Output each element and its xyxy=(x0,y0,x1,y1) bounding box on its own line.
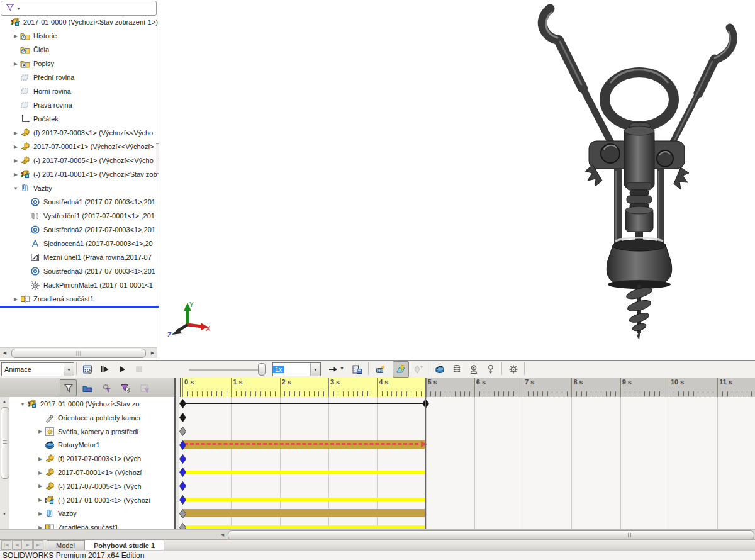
motion-tree-item[interactable]: ▶Vazby xyxy=(9,507,175,520)
tree-item[interactable]: Soustředná3 (2017-07-0003<1>,201 xyxy=(0,264,159,278)
corkscrew-model[interactable] xyxy=(522,0,749,343)
tab-model[interactable]: Model xyxy=(47,540,84,551)
expander-collapsed-icon[interactable]: ▶ xyxy=(36,525,45,529)
tab-nav-last-icon[interactable]: ▶| xyxy=(33,540,43,550)
tree-item[interactable]: RackPinionMate1 (2017-01-0001<1 xyxy=(0,278,159,292)
tree-item[interactable]: 2017-01-0000 (Výchozí<Stav zobrazení-1>) xyxy=(0,15,159,29)
tree-item[interactable]: ▼Vazby xyxy=(0,181,159,195)
tab-motion-study[interactable]: Pohybová studie 1 xyxy=(84,540,164,551)
playback-speed-combo[interactable]: 1x ▼ xyxy=(272,362,321,376)
tree-item[interactable]: Přední rovina xyxy=(0,70,159,84)
scrollbar-thumb[interactable]: ||| xyxy=(11,349,146,358)
graphics-viewport[interactable]: X Z Y xyxy=(159,0,755,359)
keyframe-diamond[interactable] xyxy=(179,440,186,450)
tree-item[interactable]: Čidla xyxy=(0,43,159,57)
timeline-hscrollbar[interactable]: ◀ xyxy=(0,529,755,540)
contact-button[interactable] xyxy=(466,361,482,378)
expander-expanded-icon[interactable]: ▼ xyxy=(11,186,20,191)
tree-item[interactable]: ▶Zrcadlená součást1 xyxy=(0,292,159,306)
play-button[interactable] xyxy=(114,361,130,378)
motion-tree-item[interactable]: ▶2017-07-0001<1> (Výchozí xyxy=(9,466,175,479)
scroll-down-icon[interactable]: ▼ xyxy=(1,510,8,518)
expander-collapsed-icon[interactable]: ▶ xyxy=(36,456,45,462)
tree-item[interactable]: Soustředná1 (2017-07-0003<1>,201 xyxy=(0,195,159,209)
keyframe-diamond[interactable] xyxy=(179,509,186,518)
study-type-combo[interactable]: Animace ▼ xyxy=(1,362,74,376)
keyframe-diamond[interactable] xyxy=(179,468,186,477)
tree-item[interactable]: ▶(-) 2017-01-0001<1> (Výchozí<Stav zob xyxy=(0,167,159,181)
filter-selected-button[interactable] xyxy=(116,379,133,396)
feature-tree-hscrollbar[interactable]: ◀ ||| ▶ xyxy=(0,347,157,358)
expander-collapsed-icon[interactable]: ▶ xyxy=(11,61,20,67)
spring-button[interactable] xyxy=(449,361,465,378)
tree-item[interactable]: ▶(-) 2017-07-0005<1> (Výchozí<<Výcho xyxy=(0,154,159,167)
gravity-button[interactable] xyxy=(483,361,499,378)
motion-tree-item[interactable]: ▶Zrcadlená součást1 xyxy=(9,520,175,529)
no-filter-button[interactable] xyxy=(60,379,77,396)
filter-driving-button[interactable] xyxy=(98,379,115,396)
autokey-button[interactable] xyxy=(393,361,409,378)
timebar[interactable] xyxy=(425,378,426,529)
tree-item[interactable]: ▶2017-07-0001<1> (Výchozí<<Výchozí> xyxy=(0,140,159,154)
expander-collapsed-icon[interactable]: ▶ xyxy=(36,497,45,503)
timeline-ruler[interactable]: 0 s1 s2 s3 s4 s5 s6 s7 s8 s9 s10 s11 s xyxy=(179,378,755,398)
filter-funnel-icon[interactable] xyxy=(5,3,15,14)
motion-tree-vscrollbar[interactable]: ▲ ▼ xyxy=(0,397,10,529)
calculate-button[interactable] xyxy=(79,361,96,378)
expander-collapsed-icon[interactable]: ▶ xyxy=(11,172,20,177)
timeline-bar-driven[interactable] xyxy=(182,525,426,529)
motion-tree-item[interactable]: ▼2017-01-0000 (Výchozí<Stav zo xyxy=(9,397,175,411)
keyframe-diamond[interactable] xyxy=(179,481,186,491)
keyframe-diamond[interactable] xyxy=(179,454,186,464)
expander-collapsed-icon[interactable]: ▶ xyxy=(36,511,45,517)
keyframe-diamond[interactable] xyxy=(179,427,186,436)
scrollbar-thumb[interactable] xyxy=(1,407,9,479)
tab-nav-first-icon[interactable]: |◀ xyxy=(1,540,11,550)
expander-expanded-icon[interactable]: ▼ xyxy=(18,401,27,407)
motion-tree-item[interactable]: ▶(-) 2017-01-0001<1> (Výchozí xyxy=(9,493,175,507)
tree-item[interactable]: Pravá rovina xyxy=(0,98,159,112)
expander-collapsed-icon[interactable]: ▶ xyxy=(11,144,20,150)
tree-item[interactable]: Sjednocená1 (2017-07-0003<1>,20 xyxy=(0,237,159,250)
filter-caret-icon[interactable]: ▼ xyxy=(16,6,21,11)
save-animation-button[interactable] xyxy=(349,361,366,378)
chevron-down-icon[interactable]: ▼ xyxy=(340,366,344,371)
scroll-right-icon[interactable]: ▶ xyxy=(148,349,157,357)
motion-tree-item[interactable]: Orientace a pohledy kamer xyxy=(9,411,175,425)
playback-mode-button[interactable] xyxy=(325,361,341,378)
motor-button[interactable] xyxy=(432,361,448,378)
timeline-slider-thumb[interactable] xyxy=(258,363,266,376)
expander-collapsed-icon[interactable]: ▶ xyxy=(36,470,45,476)
expander-collapsed-icon[interactable]: ▶ xyxy=(11,158,20,164)
motion-tree-item[interactable]: ▶Světla, kamery a prostředí xyxy=(9,425,175,439)
feature-tree-filter-bar[interactable]: ▼ xyxy=(1,1,157,16)
tab-nav-prev-icon[interactable]: ◀ xyxy=(12,540,22,550)
filter-animated-button[interactable] xyxy=(79,379,96,396)
tree-item[interactable]: Počátek xyxy=(0,112,159,126)
scroll-left-icon[interactable]: ◀ xyxy=(218,531,226,539)
motion-study-properties-button[interactable] xyxy=(505,361,522,378)
motion-tree-item[interactable]: RotaryMotor1 xyxy=(9,438,175,452)
motion-tree-item[interactable]: ▶(-) 2017-07-0005<1> (Vých xyxy=(9,479,175,493)
tree-item[interactable]: Horní rovina xyxy=(0,84,159,98)
expander-collapsed-icon[interactable]: ▶ xyxy=(11,130,20,136)
expander-collapsed-icon[interactable]: ▶ xyxy=(36,428,45,434)
keyframe-diamond[interactable] xyxy=(179,523,186,529)
expander-collapsed-icon[interactable]: ▶ xyxy=(11,33,20,39)
chevron-down-icon[interactable]: ▼ xyxy=(64,363,74,376)
timeline-bar-driven[interactable] xyxy=(182,498,426,501)
tree-item[interactable]: Mezní úhel1 (Pravá rovina,2017-07 xyxy=(0,250,159,264)
scroll-left-icon[interactable]: ◀ xyxy=(1,349,9,357)
motion-tree-item[interactable]: ▶(f) 2017-07-0003<1> (Vých xyxy=(9,452,175,466)
animation-wizard-button[interactable] xyxy=(372,361,389,378)
timeline-bar-driven[interactable] xyxy=(182,471,426,474)
timeline-bar-mates[interactable] xyxy=(182,509,426,517)
tree-item[interactable]: ▶APopisy xyxy=(0,57,159,70)
scroll-up-icon[interactable]: ▲ xyxy=(1,398,8,406)
expander-collapsed-icon[interactable]: ▶ xyxy=(36,483,45,489)
tree-item[interactable]: ▶Historie xyxy=(0,29,159,43)
expander-collapsed-icon[interactable]: ▶ xyxy=(11,296,20,302)
tree-item[interactable]: Soustředná2 (2017-07-0003<1>,201 xyxy=(0,223,159,237)
tab-nav-next-icon[interactable]: ▶ xyxy=(23,540,33,550)
keyframe-diamond[interactable] xyxy=(179,413,186,422)
